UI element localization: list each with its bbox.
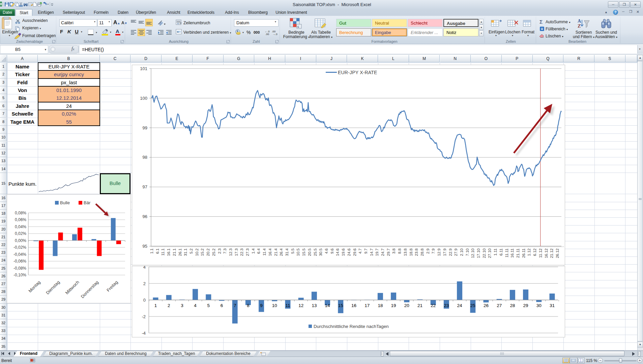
svg-text:8: 8 [247,303,250,308]
svg-text:6.11: 6.11 [499,248,503,256]
svg-text:Mittwoch: Mittwoch [64,280,80,296]
svg-text:20.2: 20.2 [206,248,210,256]
svg-text:-0,02%: -0,02% [13,245,26,250]
svg-text:Donnerstag: Donnerstag [80,280,99,299]
svg-text:-0,06%: -0,06% [13,259,26,264]
svg-text:24.6: 24.6 [347,248,351,256]
svg-text:1: 1 [154,303,157,308]
svg-text:21.12: 21.12 [550,248,554,258]
svg-text:100: 100 [140,96,147,101]
svg-text:21.4: 21.4 [274,248,278,256]
svg-text:11.4: 11.4 [262,248,266,255]
svg-text:Freitag: Freitag [106,280,119,293]
svg-text:-0,08%: -0,08% [13,266,26,271]
svg-text:16.1: 16.1 [167,248,171,256]
svg-text:17.9: 17.9 [443,248,447,256]
svg-text:29.6: 29.6 [353,248,357,256]
svg-text:16: 16 [351,303,356,308]
svg-text:21.11: 21.11 [516,248,520,258]
svg-text:23: 23 [444,303,449,308]
svg-text:6: 6 [221,303,223,308]
svg-text:8.8: 8.8 [398,248,402,254]
svg-text:22: 22 [431,303,436,308]
svg-text:4.6: 4.6 [324,248,328,254]
svg-text:0,06%: 0,06% [15,217,26,222]
svg-text:28.8: 28.8 [420,248,424,256]
svg-text:14: 14 [325,303,330,308]
svg-text:19.7: 19.7 [375,248,379,256]
svg-text:29.7: 29.7 [386,248,390,256]
svg-text:22.9: 22.9 [448,248,452,256]
svg-text:5.2: 5.2 [189,248,193,254]
svg-text:15.2: 15.2 [200,248,204,256]
svg-text:Dienstag: Dienstag [45,280,61,296]
svg-text:1.1: 1.1 [150,248,154,254]
svg-text:99: 99 [143,125,147,130]
svg-text:20.5: 20.5 [308,248,312,256]
svg-text:0,00%: 0,00% [15,238,26,243]
svg-text:Bulle: Bulle [60,200,70,205]
svg-text:14.7: 14.7 [370,248,374,256]
svg-text:6.1: 6.1 [155,248,159,254]
svg-text:7.9: 7.9 [431,248,435,254]
svg-text:31.4: 31.4 [285,248,289,256]
svg-text:7.10: 7.10 [465,248,469,256]
svg-text:16.4: 16.4 [268,248,272,256]
svg-text:11.1: 11.1 [161,248,165,256]
svg-text:27.3: 27.3 [245,248,250,256]
svg-text:12: 12 [298,303,303,308]
svg-text:26.11: 26.11 [522,248,526,258]
svg-text:26.12: 26.12 [555,248,559,258]
svg-text:24.7: 24.7 [381,248,385,256]
svg-text:26.4: 26.4 [279,248,283,256]
svg-text:18: 18 [378,303,383,308]
svg-text:2: 2 [168,303,170,308]
svg-text:12.3: 12.3 [229,248,233,256]
svg-text:9.6: 9.6 [330,248,334,254]
svg-text:96: 96 [143,214,147,219]
svg-text:7.3: 7.3 [223,248,227,254]
svg-text:101: 101 [140,66,147,71]
svg-text:3: 3 [181,303,183,308]
svg-text:14.6: 14.6 [335,248,340,256]
svg-text:17.10: 17.10 [476,248,480,258]
svg-text:25: 25 [470,303,475,308]
svg-text:24: 24 [457,303,463,308]
svg-text:10.5: 10.5 [296,248,300,256]
svg-text:4.7: 4.7 [358,248,362,254]
svg-text:30.5: 30.5 [319,248,323,256]
svg-text:0,08%: 0,08% [15,211,26,215]
svg-text:Durchschnittliche Rendite nach: Durchschnittliche Rendite nachTagen [314,324,389,329]
svg-text:4: 4 [194,303,197,308]
svg-text:95: 95 [143,244,147,249]
svg-text:13: 13 [312,303,317,308]
svg-text:98: 98 [143,155,147,160]
svg-text:12.9: 12.9 [437,248,441,256]
svg-text:15.5: 15.5 [302,248,306,256]
svg-text:19.6: 19.6 [341,248,345,256]
svg-text:0: 0 [143,298,146,303]
svg-text:29: 29 [523,303,528,308]
svg-text:9.7: 9.7 [364,248,368,254]
svg-text:-4: -4 [142,331,146,336]
svg-text:11: 11 [285,303,290,308]
svg-text:21.1: 21.1 [172,248,176,256]
svg-text:11.11: 11.11 [505,248,509,257]
svg-text:Bär: Bär [84,200,91,205]
svg-text:22.10: 22.10 [482,248,486,258]
svg-text:21: 21 [417,303,422,308]
svg-text:9: 9 [260,303,263,308]
svg-text:6.12: 6.12 [533,248,537,256]
svg-text:4: 4 [143,266,146,270]
svg-text:17: 17 [364,303,370,308]
svg-text:16.11: 16.11 [510,248,514,258]
svg-text:11.12: 11.12 [538,248,543,258]
svg-text:18.8: 18.8 [409,248,413,256]
svg-text:0,04%: 0,04% [15,224,26,229]
svg-text:31: 31 [550,303,555,308]
svg-text:27.9: 27.9 [454,248,458,256]
svg-text:-0,10%: -0,10% [13,273,26,277]
svg-text:1.11: 1.11 [493,248,497,256]
svg-text:5.5: 5.5 [291,248,295,254]
svg-text:10: 10 [272,303,277,308]
